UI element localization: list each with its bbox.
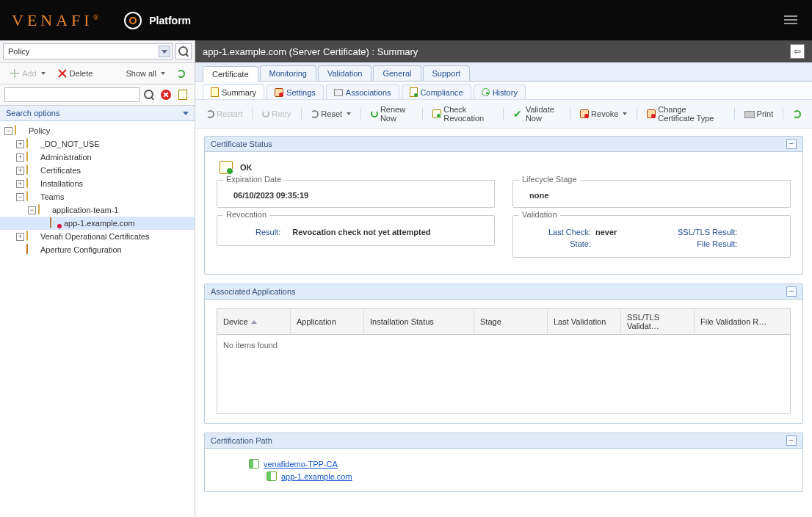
revocation-result-label: Result:	[255, 228, 285, 236]
refresh-button[interactable]	[788, 107, 806, 121]
col-file-validation[interactable]: File Validation R…	[695, 309, 790, 334]
fieldset-lifecycle: Lifecycle Stage none	[512, 180, 791, 208]
fieldset-legend: Validation	[519, 210, 560, 219]
tree-item[interactable]: +Venafi Operational Certificates	[0, 230, 195, 243]
chevron-down-icon	[159, 46, 170, 57]
subtab-associations[interactable]: Associations	[326, 84, 399, 99]
cert-path-ca[interactable]: venafidemo-TPP-CA	[264, 460, 338, 469]
panel-cert-path: Certification Path− venafidemo-TPP-CA ap…	[204, 433, 803, 492]
link-icon	[334, 89, 343, 96]
expand-icon[interactable]: +	[16, 180, 24, 188]
refresh-button[interactable]	[172, 67, 190, 81]
fieldset-legend: Revocation	[223, 210, 269, 219]
last-check-label: Last Check:	[522, 228, 595, 236]
clear-search-button[interactable]	[159, 87, 173, 102]
panel-associated-apps: Associated Applications− Device Applicat…	[204, 283, 803, 424]
subtab-settings[interactable]: Settings	[267, 84, 324, 99]
delete-button[interactable]: Delete	[52, 65, 98, 82]
check-icon	[410, 87, 418, 97]
subtab-compliance[interactable]: Compliance	[402, 84, 471, 99]
clock-icon	[482, 88, 490, 96]
expand-icon[interactable]: +	[16, 153, 24, 162]
retry-button[interactable]: Retry	[257, 106, 296, 121]
change-cert-type-button[interactable]: Change Certificate Type	[642, 102, 730, 126]
renew-button[interactable]: Renew Now	[366, 102, 418, 126]
tree-item-teams[interactable]: −Teams	[0, 190, 195, 203]
clear-icon	[161, 90, 171, 100]
search-input[interactable]	[4, 87, 139, 102]
tree-item[interactable]: Aperture Configuration	[0, 243, 195, 256]
ssl-result-label: SSL/TLS Result:	[646, 228, 742, 236]
collapse-button[interactable]: −	[786, 139, 797, 149]
collapse-icon[interactable]: −	[16, 193, 24, 201]
search-config-button[interactable]	[175, 87, 190, 102]
tree-item[interactable]: +Certificates	[0, 164, 195, 177]
status-value: OK	[240, 163, 253, 172]
search-icon	[178, 46, 189, 57]
col-install-status[interactable]: Installation Status	[364, 309, 474, 334]
policy-tree: − Policy +_DO_NOT_USE +Administration +C…	[0, 121, 195, 517]
config-icon	[178, 90, 188, 100]
search-button[interactable]	[142, 87, 156, 102]
expand-icon[interactable]: +	[16, 167, 24, 175]
add-button[interactable]: Add	[4, 65, 51, 82]
tree-selector[interactable]: Policy	[3, 43, 173, 59]
revoke-icon	[580, 109, 589, 118]
revoke-button[interactable]: Revoke	[575, 106, 632, 121]
state-label: State:	[522, 239, 595, 248]
collapse-icon[interactable]: −	[4, 127, 12, 135]
tree-item[interactable]: +_DO_NOT_USE	[0, 137, 195, 151]
reset-button[interactable]: Reset	[305, 106, 356, 121]
fieldset-validation: Validation Last Check:never State: SSL/T…	[512, 215, 791, 258]
collapse-button[interactable]: −	[786, 286, 797, 297]
restart-button[interactable]: Restart	[201, 106, 247, 121]
subtab-summary[interactable]: Summary	[203, 84, 264, 99]
col-application[interactable]: Application	[291, 309, 364, 334]
reset-icon	[311, 110, 319, 118]
validate-button[interactable]: ✔Validate Now	[508, 102, 565, 126]
col-ssl-validation[interactable]: SSL/TLS Validat…	[621, 309, 695, 334]
check-revocation-button[interactable]: Check Revocation	[427, 102, 499, 126]
panel-title: Certification Path	[211, 436, 272, 445]
plus-icon	[10, 68, 20, 79]
expand-icon[interactable]: +	[16, 140, 24, 148]
refresh-icon	[177, 70, 185, 78]
file-result-label: File Result:	[646, 239, 742, 248]
tab-certificate[interactable]: Certificate	[203, 66, 258, 82]
menu-icon[interactable]	[784, 13, 797, 26]
zoom-button[interactable]	[175, 43, 192, 59]
expand-icon[interactable]: +	[16, 233, 24, 241]
col-device[interactable]: Device	[217, 309, 291, 334]
tree-item[interactable]: +Installations	[0, 177, 195, 190]
tree-root-policy[interactable]: − Policy	[0, 124, 195, 137]
restart-icon	[206, 110, 214, 118]
col-last-validation[interactable]: Last Validation	[548, 309, 621, 334]
page-title: app-1.example.com (Server Certificate) :…	[203, 46, 418, 57]
cert-icon	[267, 471, 277, 481]
platform-icon	[124, 12, 142, 29]
tree-item[interactable]: +Administration	[0, 151, 195, 164]
cert-path-leaf[interactable]: app-1.example.com	[281, 472, 352, 481]
fieldset-expiration: Expiration Date 06/10/2023 09:35:19	[217, 180, 495, 208]
show-all-button[interactable]: Show all	[120, 66, 170, 81]
share-button[interactable]: ⇦	[790, 44, 805, 59]
tree-selector-value: Policy	[8, 47, 29, 56]
subtab-history[interactable]: History	[474, 84, 526, 99]
tab-validation[interactable]: Validation	[318, 65, 372, 81]
tab-support[interactable]: Support	[423, 65, 471, 81]
collapse-button[interactable]: −	[786, 435, 797, 446]
tree-item-certificate[interactable]: app-1.example.com	[0, 217, 195, 230]
search-options-bar[interactable]: Search options	[0, 106, 195, 121]
collapse-icon[interactable]: −	[28, 206, 36, 214]
tab-monitoring[interactable]: Monitoring	[260, 65, 316, 81]
print-icon	[744, 109, 755, 119]
tree-item-app-team[interactable]: −application-team-1	[0, 203, 195, 217]
col-stage[interactable]: Stage	[474, 309, 548, 334]
app-header: VENAFI® Platform	[0, 0, 812, 40]
page-icon	[211, 87, 219, 97]
fieldset-revocation: Revocation Result: Revocation check not …	[217, 215, 495, 246]
panel-cert-status: Certificate Status− OK Expiration Date 0…	[204, 136, 803, 275]
tab-general[interactable]: General	[373, 65, 421, 81]
fieldset-legend: Lifecycle Stage	[519, 175, 580, 184]
print-button[interactable]: Print	[739, 106, 779, 122]
